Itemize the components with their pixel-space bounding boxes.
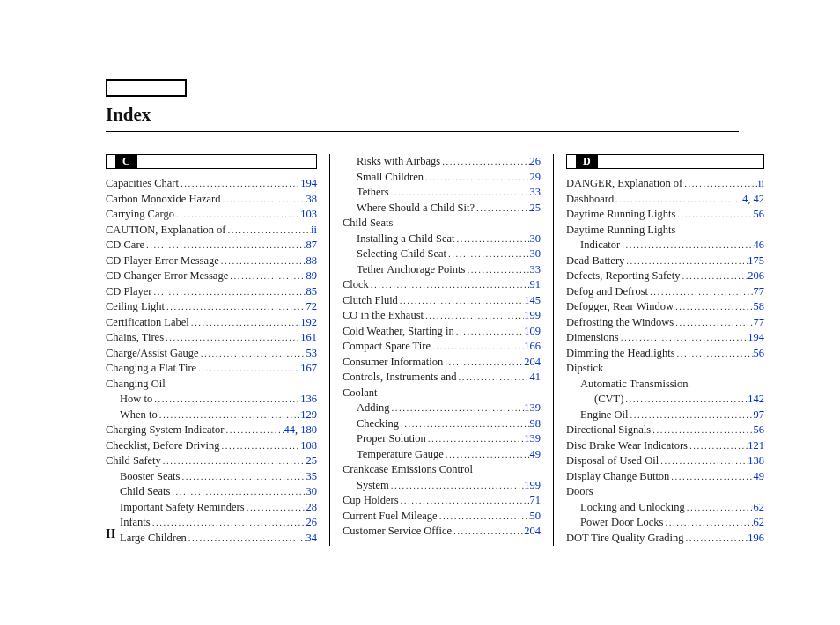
page-ref[interactable]: 87 [306,239,318,251]
index-entry: Power Door Locks62 [566,515,764,531]
index-entry-pages: 77 [754,315,765,331]
page-ref[interactable]: 142 [748,393,764,405]
page-ref[interactable]: 28 [306,501,318,513]
leader-dots [443,356,524,369]
page-ref[interactable]: 33 [530,263,542,276]
page-ref[interactable]: 71 [530,494,542,506]
page-ref[interactable]: 41 [530,371,542,383]
page-ref[interactable]: 56 [754,347,765,359]
index-entry: Adding139 [343,401,541,416]
page-ref[interactable]: 103 [300,208,317,220]
page-ref[interactable]: 29 [530,171,542,183]
page-ref[interactable]: 204 [524,525,541,537]
page-ref[interactable]: 42 [754,193,765,205]
page-ref[interactable]: 26 [530,155,542,167]
page-ref[interactable]: 199 [524,309,541,321]
page-ref[interactable]: 34 [306,532,318,544]
page-ref[interactable]: 62 [754,516,765,528]
index-entry-label: System [357,478,389,494]
page-ref[interactable]: 49 [754,470,765,482]
page-ref[interactable]: 38 [306,193,318,205]
index-entry-label: Ceiling Light [106,299,165,315]
page-ref[interactable]: 139 [524,401,541,414]
page-ref[interactable]: 109 [524,325,541,337]
page-ref[interactable]: 33 [530,186,542,198]
index-column-3: DDANGER, Explanation ofiiDashboard4, 42D… [553,154,764,546]
page-ref[interactable]: 88 [306,254,318,267]
page-ref[interactable]: 58 [754,300,765,312]
index-entry-pages: 77 [754,284,765,300]
index-entry: DANGER, Explanation ofii [566,176,764,192]
leader-dots [669,470,753,483]
page-ref[interactable]: 85 [306,285,318,298]
page-ref[interactable]: 35 [306,470,318,482]
leader-dots [424,309,524,322]
page-ref[interactable]: 56 [754,423,765,436]
page-ref[interactable]: 138 [748,454,764,467]
page-ref[interactable]: 161 [300,331,317,343]
index-entry-pages: 41 [530,370,542,386]
index-entry-label: Infants [120,515,151,531]
page-ref[interactable]: 56 [754,208,765,220]
index-entry-pages: 35 [306,469,318,485]
page-ref[interactable]: 25 [530,202,542,214]
page-ref[interactable]: 194 [300,177,317,189]
page-ref[interactable]: 26 [306,516,318,528]
index-entry-label: Locking and Unlocking [580,500,685,516]
page-ref[interactable]: 46 [754,239,765,251]
index-entry-pages: 49 [754,469,765,485]
page-ref[interactable]: 25 [306,454,318,467]
page-ref[interactable]: 196 [748,532,764,544]
page-ref[interactable]: 50 [530,510,542,522]
index-entry-pages: 25 [306,453,318,469]
leader-dots [659,454,748,467]
index-entry-pages: 91 [530,277,542,293]
page-ref[interactable]: 62 [754,501,765,513]
page-ref[interactable]: 206 [748,269,764,282]
page-ref[interactable]: 136 [300,393,317,405]
page-ref[interactable]: ii [311,224,317,236]
page-ref[interactable]: 30 [530,232,542,245]
page-ref[interactable]: 204 [524,356,541,368]
leader-dots [614,193,742,206]
leader-dots [180,470,306,483]
page-ref[interactable]: 180 [300,423,317,436]
leader-dots [440,155,529,168]
page-ref[interactable]: 98 [530,417,542,430]
leader-dots [619,331,748,344]
page-ref[interactable]: 53 [306,347,318,359]
index-entry-label: Cup Holders [343,493,399,509]
page-ref[interactable]: 139 [524,432,541,445]
page-ref[interactable]: 49 [530,448,542,460]
index-entry-label: CD Player Error Message [106,254,219,269]
page-ref[interactable]: 30 [530,247,542,260]
leader-dots [685,501,754,514]
page-ref[interactable]: 72 [306,300,318,312]
page-ref[interactable]: ii [758,177,764,189]
page-ref[interactable]: 121 [748,439,764,452]
index-entry-label: Automatic Transmission [580,378,689,390]
index-entry: Engine Oil97 [566,408,764,423]
page-ref[interactable]: 129 [300,408,317,421]
page-ref[interactable]: 97 [754,408,765,421]
index-entry-label: Clock [343,277,369,293]
page-ref[interactable]: 89 [306,269,318,282]
index-entry-pages: 44, 180 [284,423,318,438]
index-entry-pages: 62 [754,515,765,531]
page-ref[interactable]: 44 [284,423,296,436]
page-ref[interactable]: 108 [300,439,317,452]
page-ref[interactable]: 166 [524,340,541,352]
page-ref[interactable]: 30 [306,485,318,497]
index-entry-label: How to [120,392,152,408]
page-ref[interactable]: 167 [300,362,317,374]
page-ref[interactable]: 175 [748,254,764,267]
page-ref[interactable]: 145 [524,294,541,306]
page-ref[interactable]: 91 [530,278,542,290]
page-ref[interactable]: 77 [754,316,765,328]
page-ref[interactable]: 194 [748,331,764,343]
page-ref[interactable]: 77 [754,285,765,298]
page-ref[interactable]: 192 [300,316,317,328]
index-entry: Indicator46 [566,238,764,254]
index-entry-label: Capacities Chart [106,176,179,192]
page-ref[interactable]: 199 [524,479,541,491]
